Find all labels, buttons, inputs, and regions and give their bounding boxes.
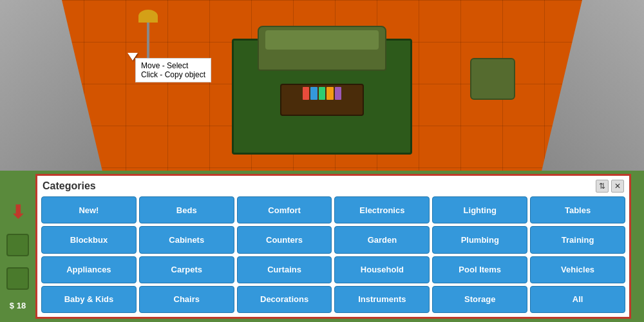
category-button-household[interactable]: Household xyxy=(334,256,430,283)
lamp xyxy=(142,10,155,61)
category-button-plumbing[interactable]: Plumbing xyxy=(432,226,527,253)
category-button-comfort[interactable]: Comfort xyxy=(237,196,332,223)
books xyxy=(303,87,341,100)
category-button-storage[interactable]: Storage xyxy=(432,286,527,313)
sofa xyxy=(258,26,386,71)
header-controls: ⇅ ✕ xyxy=(596,180,624,193)
bottom-panel: ⬇ $ 18 Categories ⇅ ✕ New!BedsComfortEle… xyxy=(0,171,644,322)
room-scene xyxy=(90,6,554,167)
chair xyxy=(470,58,515,100)
category-button-tables[interactable]: Tables xyxy=(530,196,625,223)
category-button-vehicles[interactable]: Vehicles xyxy=(530,256,625,283)
category-button-counters[interactable]: Counters xyxy=(237,226,332,253)
category-button-cabinets[interactable]: Cabinets xyxy=(139,226,234,253)
nav-button-2[interactable] xyxy=(6,267,29,290)
category-button-decorations[interactable]: Decorations xyxy=(237,286,332,313)
right-decoration xyxy=(631,171,644,322)
close-button[interactable]: ✕ xyxy=(611,180,624,193)
game-viewport: Move - Select Click - Copy object xyxy=(0,0,644,174)
category-button-pool-items[interactable]: Pool Items xyxy=(432,256,527,283)
book-1 xyxy=(303,87,309,100)
left-decoration: ⬇ $ 18 xyxy=(0,171,35,322)
categories-grid: New!BedsComfortElectronicsLightingTables… xyxy=(41,196,625,313)
category-button-new-[interactable]: New! xyxy=(41,196,137,223)
lamp-base xyxy=(142,58,155,62)
categories-header: Categories ⇅ ✕ xyxy=(41,180,625,193)
category-button-garden[interactable]: Garden xyxy=(334,226,430,253)
category-button-all[interactable]: All xyxy=(530,286,625,313)
book-2 xyxy=(310,87,317,100)
resize-button[interactable]: ⇅ xyxy=(596,180,609,193)
category-button-chairs[interactable]: Chairs xyxy=(139,286,234,313)
category-button-carpets[interactable]: Carpets xyxy=(139,256,234,283)
category-button-beds[interactable]: Beds xyxy=(139,196,234,223)
nav-button-1[interactable] xyxy=(6,234,29,256)
book-4 xyxy=(327,87,333,100)
category-button-baby---kids[interactable]: Baby & Kids xyxy=(41,286,137,313)
category-button-lighting[interactable]: Lighting xyxy=(432,196,527,223)
category-button-instruments[interactable]: Instruments xyxy=(334,286,430,313)
arrow-down-icon: ⬇ xyxy=(10,202,25,223)
categories-title: Categories xyxy=(43,180,96,192)
book-5 xyxy=(335,87,341,100)
book-3 xyxy=(319,87,325,100)
category-button-electronics[interactable]: Electronics xyxy=(334,196,430,223)
category-button-blockbux[interactable]: Blockbux xyxy=(41,226,137,253)
price-label: $ 18 xyxy=(10,301,26,310)
category-button-appliances[interactable]: Appliances xyxy=(41,256,137,283)
cursor-arrow xyxy=(128,53,138,61)
lamp-pole xyxy=(147,23,149,58)
categories-panel: Categories ⇅ ✕ New!BedsComfortElectronic… xyxy=(35,174,631,319)
lamp-shade xyxy=(138,10,158,23)
category-button-training[interactable]: Training xyxy=(530,226,625,253)
category-button-curtains[interactable]: Curtains xyxy=(237,256,332,283)
